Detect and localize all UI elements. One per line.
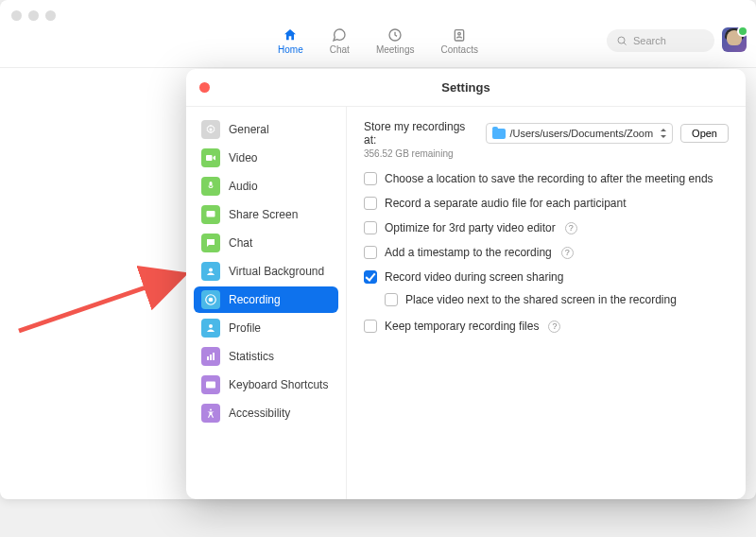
recording-path: /Users/users/Documents/Zoom: [509, 128, 653, 139]
svg-point-3: [618, 37, 625, 43]
nav-chat[interactable]: Chat: [330, 26, 350, 55]
traffic-close[interactable]: [11, 10, 22, 21]
svg-rect-12: [206, 155, 213, 161]
chat-icon: [201, 234, 220, 252]
share-screen-icon: [201, 205, 220, 224]
help-icon[interactable]: ?: [565, 222, 577, 234]
search-input[interactable]: Search: [607, 29, 714, 52]
sidebar-item-audio[interactable]: Audio: [194, 173, 338, 199]
sidebar-item-statistics[interactable]: Statistics: [194, 343, 338, 370]
checkbox[interactable]: [364, 320, 377, 333]
checkbox[interactable]: [364, 197, 377, 210]
help-icon[interactable]: ?: [561, 247, 574, 259]
settings-header: Settings: [186, 69, 746, 107]
store-recordings-label: Store my recordings at:: [364, 120, 478, 147]
svg-point-16: [209, 298, 214, 303]
sidebar-label: Audio: [229, 180, 258, 193]
gear-icon: [201, 120, 220, 139]
open-folder-button[interactable]: Open: [680, 124, 729, 143]
sidebar-label: Share Screen: [229, 208, 298, 221]
folder-icon: [492, 129, 506, 139]
option-label: Record a separate audio file for each pa…: [385, 197, 627, 210]
sidebar-item-chat[interactable]: Chat: [194, 230, 338, 256]
contacts-icon: [451, 26, 468, 43]
checkbox[interactable]: [364, 270, 377, 284]
home-icon: [282, 26, 299, 43]
option-optimize-3rd-party[interactable]: Optimize for 3rd party video editor ?: [364, 221, 729, 234]
background-icon: [201, 262, 220, 281]
option-label: Choose a location to save the recording …: [385, 172, 713, 185]
settings-close-button[interactable]: [199, 82, 210, 93]
help-icon[interactable]: ?: [548, 320, 560, 333]
nav-label: Contacts: [440, 44, 477, 55]
svg-rect-19: [210, 355, 212, 360]
sidebar-item-general[interactable]: General: [194, 116, 338, 143]
sidebar-label: General: [229, 123, 269, 136]
option-separate-audio[interactable]: Record a separate audio file for each pa…: [364, 197, 729, 210]
storage-remaining: 356.52 GB remaining: [364, 148, 729, 159]
settings-content: Store my recordings at: /Users/users/Doc…: [347, 107, 746, 499]
option-label: Place video next to the shared screen in…: [405, 293, 677, 306]
sidebar-item-accessibility[interactable]: Accessibility: [194, 400, 338, 426]
checkbox[interactable]: [364, 172, 377, 185]
accessibility-icon: [201, 404, 220, 423]
recording-path-select[interactable]: /Users/users/Documents/Zoom: [486, 123, 673, 144]
sidebar-label: Statistics: [229, 350, 274, 363]
nav-label: Home: [278, 44, 303, 55]
sidebar-label: Virtual Background: [229, 265, 324, 278]
sidebar-label: Keyboard Shortcuts: [229, 378, 328, 391]
record-icon: [201, 290, 220, 309]
sidebar-label: Chat: [229, 236, 252, 250]
chat-icon: [331, 26, 348, 43]
option-record-during-share[interactable]: Record video during screen sharing: [364, 270, 729, 284]
stats-icon: [201, 347, 220, 366]
keyboard-icon: [201, 375, 220, 394]
option-keep-temp-files[interactable]: Keep temporary recording files ?: [364, 320, 729, 333]
checkbox[interactable]: [364, 246, 377, 259]
nav-label: Meetings: [376, 44, 415, 55]
traffic-minimize[interactable]: [28, 10, 39, 21]
profile-icon: [201, 319, 220, 338]
option-label: Optimize for 3rd party video editor: [385, 221, 556, 234]
option-place-video-next[interactable]: Place video next to the shared screen in…: [385, 293, 729, 306]
option-label: Keep temporary recording files: [385, 320, 539, 333]
sidebar-item-share-screen[interactable]: Share Screen: [194, 201, 338, 228]
svg-point-14: [209, 268, 213, 272]
svg-rect-21: [206, 382, 215, 389]
svg-point-11: [210, 129, 213, 131]
sidebar-label: Recording: [229, 293, 281, 306]
search-placeholder: Search: [633, 35, 666, 46]
sidebar-label: Video: [229, 151, 257, 165]
nav-meetings[interactable]: Meetings: [376, 26, 415, 55]
traffic-zoom[interactable]: [45, 10, 56, 21]
svg-point-17: [209, 324, 213, 328]
avatar[interactable]: [722, 27, 747, 52]
option-label: Record video during screen sharing: [385, 270, 563, 284]
svg-rect-18: [207, 356, 209, 360]
option-add-timestamp[interactable]: Add a timestamp to the recording ?: [364, 246, 729, 259]
option-label: Add a timestamp to the recording: [385, 246, 552, 259]
audio-icon: [201, 177, 220, 196]
nav-contacts[interactable]: Contacts: [440, 26, 477, 55]
top-nav: Home Chat Meetings Contacts: [0, 30, 756, 68]
checkbox[interactable]: [364, 221, 377, 234]
sidebar-item-recording[interactable]: Recording: [194, 286, 338, 313]
nav-home[interactable]: Home: [278, 26, 303, 55]
settings-window: Settings General Video Audio Share Scree…: [186, 69, 746, 499]
settings-title: Settings: [441, 80, 490, 95]
svg-point-2: [458, 32, 461, 35]
sidebar-item-video[interactable]: Video: [194, 145, 338, 171]
nav-label: Chat: [330, 44, 350, 55]
clock-icon: [387, 26, 404, 43]
search-icon: [616, 35, 627, 46]
svg-rect-20: [213, 353, 215, 360]
option-choose-location[interactable]: Choose a location to save the recording …: [364, 172, 729, 185]
sidebar-item-virtual-background[interactable]: Virtual Background: [194, 258, 338, 285]
svg-rect-13: [207, 211, 215, 217]
settings-sidebar: General Video Audio Share Screen Chat Vi…: [186, 107, 347, 499]
sidebar-item-profile[interactable]: Profile: [194, 315, 338, 341]
video-icon: [201, 148, 220, 167]
checkbox[interactable]: [385, 293, 398, 306]
sidebar-item-keyboard-shortcuts[interactable]: Keyboard Shortcuts: [194, 372, 338, 398]
sidebar-label: Profile: [229, 321, 261, 335]
